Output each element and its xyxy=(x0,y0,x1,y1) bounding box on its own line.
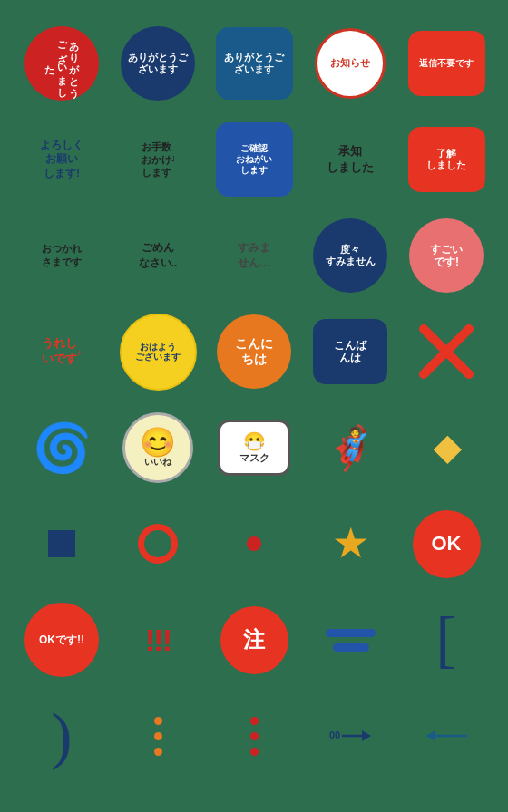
sticker-mask[interactable]: 😷 マスク xyxy=(218,420,290,476)
sticker-cell[interactable]: おはようございます xyxy=(112,306,203,397)
sticker-cell[interactable]: すごいです! xyxy=(401,210,492,301)
sticker-iine-smiley[interactable]: 😊 いいね xyxy=(122,412,193,483)
sticker-shochi[interactable]: 承知しました xyxy=(327,143,374,176)
sticker-ok-desu[interactable]: OKです!! xyxy=(24,603,99,677)
sticker-note-circle[interactable]: 注 xyxy=(220,606,288,674)
sticker-cell[interactable]: ◆ xyxy=(401,402,492,493)
sticker-spiral[interactable]: 🌀 xyxy=(33,424,92,471)
sticker-cell[interactable]: おつかれさまです xyxy=(16,210,107,301)
sticker-konbanwa[interactable]: こんばんは xyxy=(313,319,387,384)
svg-marker-3 xyxy=(362,730,371,741)
sticker-cell[interactable]: 承知しました xyxy=(305,114,396,205)
sticker-konnichiwa[interactable]: こんにちは xyxy=(217,314,291,389)
sticker-cell[interactable]: ★ xyxy=(305,498,396,589)
sticker-cell[interactable]: OKです!! xyxy=(16,594,107,685)
sticker-cell[interactable]: こんにちは xyxy=(209,306,299,397)
sticker-sugoi[interactable]: すごいです! xyxy=(409,218,484,293)
sticker-cell[interactable] xyxy=(209,498,299,589)
sticker-cell[interactable] xyxy=(401,691,492,781)
sticker-cell[interactable]: 😷 マスク xyxy=(209,402,299,493)
sticker-arrow-left[interactable] xyxy=(426,729,467,743)
sticker-ryokai[interactable]: 了解しました xyxy=(408,127,485,192)
sticker-cell[interactable]: 了解しました xyxy=(401,114,492,205)
sticker-cell[interactable] xyxy=(305,594,396,685)
sticker-arigatou-gozaimashita[interactable]: ありがとうございました xyxy=(24,26,99,101)
sticker-cell[interactable]: 😊 いいね xyxy=(112,402,203,493)
sticker-cell[interactable]: こんばんは xyxy=(305,306,396,397)
sticker-gokakunin[interactable]: ご確認おねがいします xyxy=(216,122,293,197)
sticker-square[interactable] xyxy=(48,530,75,557)
sticker-diamond[interactable]: ◆ xyxy=(434,430,460,465)
sticker-cell[interactable]: 度々すみません xyxy=(305,210,396,301)
sticker-cell[interactable]: [ xyxy=(401,594,492,685)
sticker-oshirase[interactable]: お知らせ xyxy=(315,28,386,99)
sticker-yoroshiku[interactable]: よろしくお願いします! xyxy=(40,139,83,181)
sticker-cell[interactable]: 🦸 xyxy=(305,402,396,493)
sticker-dots-red[interactable] xyxy=(250,717,259,756)
sticker-dot[interactable] xyxy=(247,536,261,551)
sticker-ureshii[interactable]: うれしいです♪ xyxy=(42,336,82,367)
sticker-cell[interactable]: 🌀 xyxy=(16,402,107,493)
sticker-cell[interactable]: お手数おかけします♩ xyxy=(112,114,203,205)
sticker-tabidabi[interactable]: 度々すみません xyxy=(313,218,387,293)
sticker-cell[interactable]: ありがとうございます xyxy=(209,18,299,109)
sticker-dots-orange[interactable] xyxy=(154,717,162,756)
sticker-otesuu[interactable]: お手数おかけします♩ xyxy=(142,140,175,179)
sticker-cell[interactable] xyxy=(112,498,203,589)
sticker-cell[interactable]: ありがとうございます xyxy=(112,18,203,109)
sticker-cell[interactable]: ありがとうございました xyxy=(16,18,107,109)
sticker-sumimasen[interactable]: すみません… xyxy=(238,240,270,271)
sticker-cell[interactable]: 00 xyxy=(305,691,396,781)
sticker-arrow-right[interactable]: 00 xyxy=(329,729,371,743)
sticker-gomen[interactable]: ごめんなさい.. xyxy=(139,240,178,271)
sticker-cell[interactable] xyxy=(209,691,299,781)
sticker-arigatou-blue-rect[interactable]: ありがとうございます xyxy=(216,27,293,100)
sticker-cell[interactable]: よろしくお願いします! xyxy=(16,114,107,205)
sticker-cell[interactable] xyxy=(112,691,203,781)
sticker-cell[interactable]: ) xyxy=(16,691,107,781)
sticker-wave-blue[interactable] xyxy=(326,629,376,652)
sticker-star[interactable]: ★ xyxy=(334,526,366,562)
sticker-cell[interactable]: !!! xyxy=(112,594,203,685)
sticker-cell[interactable]: ご確認おねがいします xyxy=(209,114,299,205)
sticker-otsukare[interactable]: おつかれさまです xyxy=(42,242,82,270)
sticker-cell[interactable]: すみません… xyxy=(209,210,299,301)
sticker-cell[interactable]: 注 xyxy=(209,594,299,685)
sticker-arigatou-navy-circle[interactable]: ありがとうございます xyxy=(121,26,195,101)
sticker-bracket-crescent[interactable]: ) xyxy=(51,704,72,768)
sticker-x-mark[interactable] xyxy=(410,315,483,388)
sticker-bracket-left[interactable]: [ xyxy=(435,608,456,672)
sticker-ohayou[interactable]: おはようございます xyxy=(120,314,197,391)
sticker-cell[interactable]: ごめんなさい.. xyxy=(112,210,203,301)
sticker-cell[interactable] xyxy=(16,498,107,589)
sticker-cell[interactable]: お知らせ xyxy=(305,18,396,109)
sticker-circle-outline[interactable] xyxy=(138,524,178,564)
sticker-grid: ありがとうございました ありがとうございます ありがとうございます お知らせ 返… xyxy=(7,9,501,790)
sticker-ok-circle[interactable]: OK xyxy=(413,510,481,578)
sticker-cell[interactable]: 返信不要です xyxy=(401,18,492,109)
sticker-henshin-fuyo[interactable]: 返信不要です xyxy=(408,31,485,96)
sticker-person-ninja[interactable]: 🦸 xyxy=(325,427,376,469)
sticker-exclaim-triple[interactable]: !!! xyxy=(145,622,171,659)
sticker-cell[interactable]: OK xyxy=(401,498,492,589)
sticker-cell[interactable] xyxy=(401,306,492,397)
sticker-cell[interactable]: うれしいです♪ xyxy=(16,306,107,397)
